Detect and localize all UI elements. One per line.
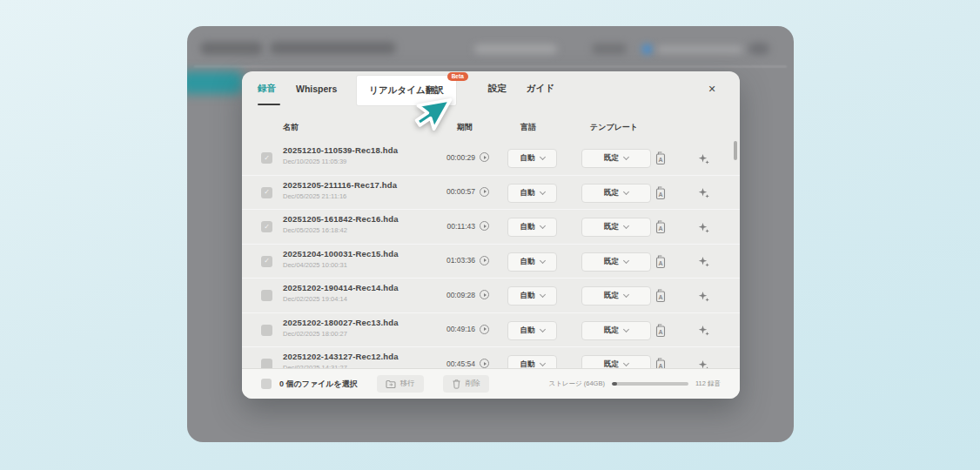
language-select[interactable]: 自動 (507, 355, 557, 368)
close-icon[interactable]: ✕ (705, 82, 719, 96)
blurred-toolbar-item (200, 42, 263, 55)
play-icon[interactable] (480, 221, 489, 231)
table-row[interactable]: ✓ 20251202-180027-Rec13.hda Dec/02/2025 … (242, 313, 740, 348)
svg-text:A: A (658, 294, 662, 300)
ai-sparkle-icon[interactable] (695, 151, 711, 166)
tab-label: 設定 (488, 83, 507, 95)
selection-count-label: 0 個のファイルを選択 (279, 379, 358, 390)
template-select[interactable]: 既定 (581, 321, 651, 340)
table-header: 名前 期間 言語 テンプレート (242, 122, 740, 136)
column-header-duration: 期間 (457, 122, 473, 133)
svg-text:A: A (658, 157, 662, 163)
template-select[interactable]: 既定 (581, 286, 651, 306)
language-select[interactable]: 自動 (507, 218, 557, 237)
language-value: 自動 (520, 359, 535, 368)
delete-button[interactable]: 削除 (443, 375, 489, 393)
language-select[interactable]: 自動 (507, 286, 557, 306)
row-checkbox[interactable]: ✓ (261, 187, 272, 198)
transcript-icon[interactable]: A (653, 288, 668, 304)
file-name: 20251202-143127-Rec12.hda (283, 352, 399, 361)
template-value: 既定 (604, 153, 619, 164)
play-triangle-icon (484, 327, 487, 331)
play-icon[interactable] (480, 256, 489, 265)
file-info: 20251202-143127-Rec12.hda Dec/02/2025 14… (283, 352, 399, 368)
row-checkbox[interactable]: ✓ (261, 290, 272, 301)
row-checkbox[interactable]: ✓ (261, 221, 272, 232)
duration-value: 00:11:43 (447, 222, 475, 231)
column-header-language: 言語 (520, 122, 536, 133)
duration-cell: 00:09:28 (414, 290, 489, 299)
folder-move-icon (386, 379, 396, 389)
table-row[interactable]: ✓ 20251205-161842-Rec16.hda Dec/05/2025 … (242, 210, 740, 245)
transcript-icon[interactable]: A (653, 185, 668, 201)
blurred-toolbar-item (474, 44, 557, 54)
scrollbar-thumb[interactable] (734, 141, 737, 160)
template-value: 既定 (604, 359, 619, 368)
duration-cell: 00:45:54 (414, 359, 489, 368)
chevron-down-icon (623, 292, 629, 298)
template-value: 既定 (604, 188, 619, 198)
play-icon[interactable] (480, 290, 489, 299)
table-row[interactable]: ✓ 20251205-211116-Rec17.hda Dec/05/2025 … (242, 176, 740, 211)
play-icon[interactable] (480, 187, 489, 197)
template-select[interactable]: 既定 (581, 218, 651, 237)
ai-sparkle-icon[interactable] (695, 323, 711, 339)
row-checkbox[interactable]: ✓ (261, 256, 272, 267)
blurred-toolbar-item (592, 44, 627, 54)
play-icon[interactable] (480, 152, 489, 162)
file-date: Dec/02/2025 19:04:14 (283, 295, 399, 303)
trash-icon (452, 379, 461, 389)
template-select[interactable]: 既定 (581, 252, 651, 272)
tab-label: リアルタイム翻訳 (369, 84, 443, 97)
file-date: Dec/10/2025 11:05:39 (283, 158, 398, 165)
file-date: Dec/05/2025 21:11:16 (283, 192, 397, 200)
check-icon: ✓ (264, 155, 270, 162)
check-icon: ✓ (264, 224, 270, 231)
row-checkbox[interactable]: ✓ (261, 152, 272, 164)
row-checkbox[interactable]: ✓ (261, 359, 272, 368)
language-select[interactable]: 自動 (507, 252, 557, 272)
recordings-count-label: 112 録音 (695, 379, 721, 388)
transcript-icon[interactable]: A (653, 254, 668, 270)
table-row[interactable]: ✓ 20251210-110539-Rec18.hda Dec/10/2025 … (242, 141, 740, 176)
table-row[interactable]: ✓ 20251202-190414-Rec14.hda Dec/02/2025 … (242, 279, 740, 313)
transcript-icon[interactable]: A (653, 323, 668, 339)
column-header-name: 名前 (283, 122, 299, 133)
move-button[interactable]: 移行 (377, 375, 424, 393)
transcript-icon[interactable]: A (653, 151, 668, 166)
svg-text:A: A (658, 328, 662, 334)
tab-recordings[interactable]: 録音 (258, 71, 276, 106)
tab-guide[interactable]: ガイド (527, 71, 554, 106)
template-select[interactable]: 既定 (581, 149, 651, 168)
template-value: 既定 (604, 326, 619, 336)
table-row[interactable]: ✓ 20251204-100031-Rec15.hda Dec/04/2025 … (242, 245, 740, 279)
ai-sparkle-icon[interactable] (695, 219, 711, 235)
file-info: 20251204-100031-Rec15.hda Dec/04/2025 10… (283, 249, 399, 269)
file-info: 20251202-180027-Rec13.hda Dec/02/2025 18… (283, 318, 399, 338)
chevron-down-icon (539, 188, 545, 194)
language-select[interactable]: 自動 (507, 184, 557, 203)
select-all-checkbox[interactable] (261, 379, 272, 389)
language-select[interactable]: 自動 (507, 149, 557, 168)
template-select[interactable]: 既定 (581, 184, 651, 203)
template-select[interactable]: 既定 (581, 355, 651, 368)
ai-sparkle-icon[interactable] (695, 288, 711, 304)
table-row[interactable]: ✓ 20251202-143127-Rec12.hda Dec/02/2025 … (242, 347, 740, 368)
language-value: 自動 (520, 257, 535, 267)
chevron-down-icon (623, 360, 629, 366)
row-checkbox[interactable]: ✓ (261, 325, 272, 336)
play-triangle-icon (484, 293, 487, 297)
language-select[interactable]: 自動 (507, 321, 557, 340)
tab-settings[interactable]: 設定 (488, 71, 507, 106)
transcript-icon[interactable]: A (653, 219, 668, 235)
play-icon[interactable] (480, 325, 489, 334)
play-icon[interactable] (480, 359, 489, 368)
ai-sparkle-icon[interactable] (695, 185, 711, 201)
tab-label: ガイド (527, 83, 554, 95)
play-triangle-icon (484, 258, 487, 262)
ai-sparkle-icon[interactable] (695, 254, 711, 270)
transcript-icon[interactable]: A (653, 357, 668, 368)
tab-realtime-translation[interactable]: リアルタイム翻訳 Beta (357, 76, 455, 105)
tab-whispers[interactable]: Whispers (296, 71, 337, 106)
ai-sparkle-icon[interactable] (695, 357, 711, 368)
